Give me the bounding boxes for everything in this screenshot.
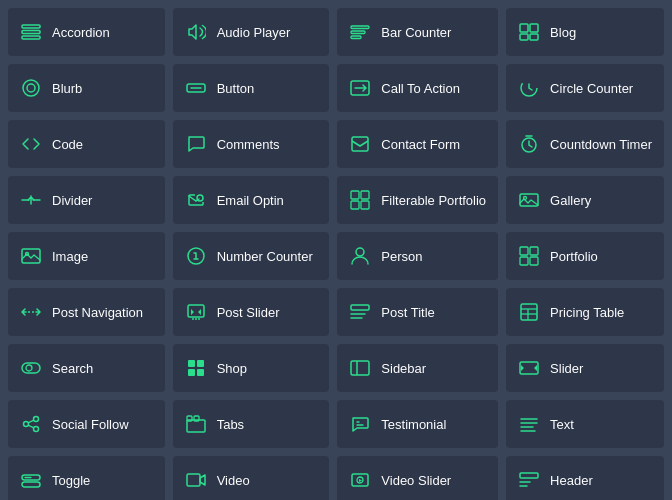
svg-point-37 xyxy=(192,318,194,320)
svg-rect-5 xyxy=(351,36,361,39)
widget-item-post-title[interactable]: Post Title xyxy=(337,288,498,336)
person-icon xyxy=(349,246,371,266)
divider-icon xyxy=(20,190,42,210)
email-optin-icon xyxy=(185,190,207,210)
sidebar-label: Sidebar xyxy=(381,361,426,376)
text-label: Text xyxy=(550,417,574,432)
svg-rect-71 xyxy=(187,474,200,486)
portfolio-label: Portfolio xyxy=(550,249,598,264)
widget-item-toggle[interactable]: Toggle xyxy=(8,456,165,500)
filterable-portfolio-label: Filterable Portfolio xyxy=(381,193,486,208)
svg-rect-53 xyxy=(351,361,369,375)
widget-item-text[interactable]: Text xyxy=(506,400,664,448)
portfolio-icon xyxy=(518,246,540,266)
widget-item-image[interactable]: Image xyxy=(8,232,165,280)
widget-item-post-navigation[interactable]: Post Navigation xyxy=(8,288,165,336)
search-label: Search xyxy=(52,361,93,376)
widget-item-call-to-action[interactable]: Call To Action xyxy=(337,64,498,112)
testimonial-label: Testimonial xyxy=(381,417,446,432)
widget-item-portfolio[interactable]: Portfolio xyxy=(506,232,664,280)
svg-rect-0 xyxy=(22,25,40,28)
widget-item-filterable-portfolio[interactable]: Filterable Portfolio xyxy=(337,176,498,224)
svg-rect-52 xyxy=(197,369,204,376)
svg-point-39 xyxy=(198,318,200,320)
svg-line-60 xyxy=(28,425,34,428)
widget-item-testimonial[interactable]: Testimonial xyxy=(337,400,498,448)
widget-grid: AccordionAudio PlayerBar CounterBlogBlur… xyxy=(8,8,664,500)
gallery-icon xyxy=(518,190,540,210)
contact-form-icon xyxy=(349,134,371,154)
post-title-icon xyxy=(349,302,371,322)
widget-item-header[interactable]: Header xyxy=(506,456,664,500)
blog-label: Blog xyxy=(550,25,576,40)
contact-form-label: Contact Form xyxy=(381,137,460,152)
testimonial-icon xyxy=(349,414,371,434)
widget-item-post-slider[interactable]: Post Slider xyxy=(173,288,330,336)
circle-counter-label: Circle Counter xyxy=(550,81,633,96)
tabs-label: Tabs xyxy=(217,417,244,432)
svg-rect-3 xyxy=(351,26,369,29)
svg-rect-21 xyxy=(351,191,359,199)
countdown-timer-icon xyxy=(518,134,540,154)
widget-item-shop[interactable]: Shop xyxy=(173,344,330,392)
widget-item-video[interactable]: Video xyxy=(173,456,330,500)
svg-point-48 xyxy=(26,365,32,371)
widget-item-audio-player[interactable]: Audio Player xyxy=(173,8,330,56)
svg-rect-9 xyxy=(530,34,538,40)
widget-item-person[interactable]: Person xyxy=(337,232,498,280)
widget-item-blog[interactable]: Blog xyxy=(506,8,664,56)
svg-rect-51 xyxy=(188,369,195,376)
social-follow-icon xyxy=(20,414,42,434)
widget-item-circle-counter[interactable]: Circle Counter xyxy=(506,64,664,112)
svg-point-30 xyxy=(356,248,364,256)
svg-point-58 xyxy=(24,422,29,427)
number-counter-label: Number Counter xyxy=(217,249,313,264)
widget-item-contact-form[interactable]: Contact Form xyxy=(337,120,498,168)
social-follow-label: Social Follow xyxy=(52,417,129,432)
svg-rect-22 xyxy=(361,191,369,199)
svg-point-26 xyxy=(524,197,527,200)
svg-rect-23 xyxy=(351,201,359,209)
post-navigation-label: Post Navigation xyxy=(52,305,143,320)
svg-rect-69 xyxy=(22,482,40,487)
widget-item-gallery[interactable]: Gallery xyxy=(506,176,664,224)
widget-item-accordion[interactable]: Accordion xyxy=(8,8,165,56)
call-to-action-icon xyxy=(349,78,371,98)
video-slider-icon xyxy=(349,470,371,490)
svg-line-59 xyxy=(28,420,34,423)
widget-item-slider[interactable]: Slider xyxy=(506,344,664,392)
pricing-table-icon xyxy=(518,302,540,322)
widget-item-countdown-timer[interactable]: Countdown Timer xyxy=(506,120,664,168)
svg-rect-40 xyxy=(351,305,369,310)
svg-point-10 xyxy=(23,80,39,96)
post-title-label: Post Title xyxy=(381,305,434,320)
gallery-label: Gallery xyxy=(550,193,591,208)
widget-item-social-follow[interactable]: Social Follow xyxy=(8,400,165,448)
widget-item-number-counter[interactable]: Number Counter xyxy=(173,232,330,280)
circle-counter-icon xyxy=(518,78,540,98)
widget-item-sidebar[interactable]: Sidebar xyxy=(337,344,498,392)
widget-item-comments[interactable]: Comments xyxy=(173,120,330,168)
widget-item-email-optin[interactable]: Email Optin xyxy=(173,176,330,224)
widget-item-divider[interactable]: Divider xyxy=(8,176,165,224)
widget-item-bar-counter[interactable]: Bar Counter xyxy=(337,8,498,56)
comments-icon xyxy=(185,134,207,154)
widget-item-pricing-table[interactable]: Pricing Table xyxy=(506,288,664,336)
widget-item-tabs[interactable]: Tabs xyxy=(173,400,330,448)
widget-item-blurb[interactable]: Blurb xyxy=(8,64,165,112)
svg-point-56 xyxy=(34,417,39,422)
widget-item-code[interactable]: Code xyxy=(8,120,165,168)
code-label: Code xyxy=(52,137,83,152)
search-icon xyxy=(20,358,42,378)
slider-label: Slider xyxy=(550,361,583,376)
widget-item-search[interactable]: Search xyxy=(8,344,165,392)
widget-item-button[interactable]: Button xyxy=(173,64,330,112)
svg-rect-4 xyxy=(351,31,365,34)
post-slider-label: Post Slider xyxy=(217,305,280,320)
svg-rect-61 xyxy=(187,420,205,432)
slider-icon xyxy=(518,358,540,378)
blurb-label: Blurb xyxy=(52,81,82,96)
widget-item-video-slider[interactable]: Video Slider xyxy=(337,456,498,500)
countdown-timer-label: Countdown Timer xyxy=(550,137,652,152)
audio-player-icon xyxy=(185,22,207,42)
